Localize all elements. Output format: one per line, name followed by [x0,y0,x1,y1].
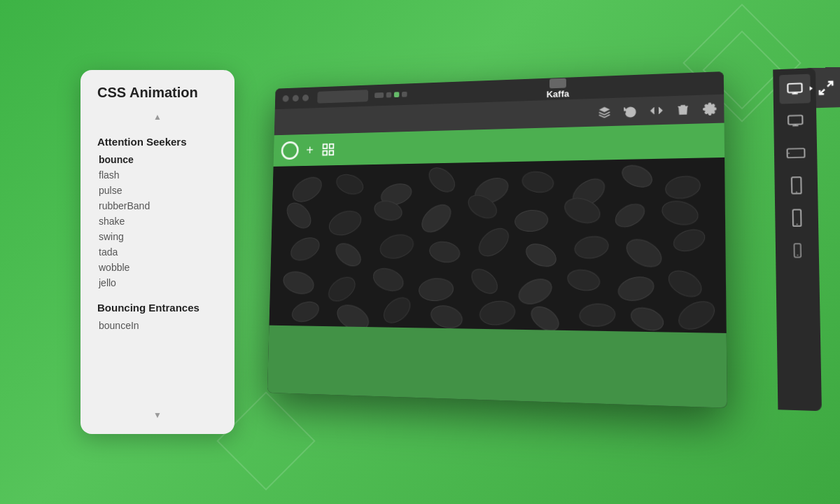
browser-nav-controls [374,92,407,98]
animation-panel: CSS Animation Attention Seekers bounce f… [80,70,234,434]
panel-title: CSS Animation [97,84,218,101]
device-mobile-button[interactable] [780,203,812,233]
browser-url-bar[interactable] [317,90,368,103]
browser-brand: Kaffa [547,78,570,100]
animation-item-tada[interactable]: tada [97,244,218,260]
category-attention-seekers: Attention Seekers [97,136,218,148]
coffee-bean [416,199,456,237]
settings-icon[interactable] [703,102,716,115]
animation-item-bouncein[interactable]: bounceIn [97,318,218,333]
coffee-bean [324,272,360,306]
coffee-bean [664,265,706,302]
svg-rect-11 [788,115,802,125]
coffee-bean [566,267,602,294]
main-container: CSS Animation Attention Seekers bounce f… [80,70,760,434]
svg-point-19 [796,223,797,225]
animation-item-jello[interactable]: jello [97,275,218,290]
device-panel [773,68,822,411]
history-icon[interactable] [624,105,637,118]
device-tablet-portrait-button[interactable] [780,170,812,200]
svg-point-21 [797,255,798,256]
coffee-bean [622,234,667,273]
nav-back [374,92,384,98]
coffee-bean [282,197,316,233]
canvas-bottom-green [267,326,727,408]
coffee-bean [673,295,720,333]
animation-item-wobble[interactable]: wobble [97,260,218,275]
coffee-bean [659,197,701,229]
coffee-bean [514,274,556,309]
grid-icon[interactable] [321,142,335,157]
tablet-portrait-icon [789,176,804,195]
coffee-bean [281,268,316,298]
coffee-bean [628,303,667,333]
coffee-bean [424,162,460,197]
coffee-bean [428,302,465,332]
animation-item-bounce[interactable]: bounce [97,152,218,167]
coffee-bean [379,292,415,328]
svg-marker-2 [599,107,610,113]
layers-icon[interactable] [598,106,610,119]
svg-rect-8 [788,83,802,92]
browser-mockup: Kaffa [267,70,775,440]
circle-selector[interactable] [281,141,299,160]
device-desktop-2-button[interactable] [779,106,811,136]
coffee-bean [332,239,365,271]
coffee-bean [578,302,616,328]
add-element-button[interactable]: + [306,142,314,158]
code-icon[interactable] [650,104,663,118]
coffee-bean [514,209,549,233]
coffee-bean [474,223,514,262]
coffee-bean [326,206,365,240]
device-mobile-2-button[interactable] [781,236,813,266]
coffee-bean [467,264,503,299]
animation-item-swing[interactable]: swing [97,229,218,244]
coffee-bean [522,239,560,272]
animation-item-flash[interactable]: flash [97,167,218,183]
desktop-icon [786,81,804,97]
tablet-landscape-icon [786,146,805,160]
coffee-bean [428,239,462,265]
mobile-icon [791,209,802,226]
coffee-bean [477,298,517,328]
svg-rect-14 [787,148,804,158]
mobile-2-icon [792,243,802,258]
svg-rect-5 [329,144,333,148]
device-desktop-button[interactable] [779,74,811,104]
coffee-bean [289,298,321,326]
coffee-bean [287,233,323,265]
brand-logo [550,78,566,89]
browser-dot-2 [293,95,299,102]
nav-extra [402,92,407,97]
svg-rect-6 [323,150,327,155]
svg-rect-4 [323,144,327,148]
svg-point-17 [795,191,797,192]
coffee-bean [611,199,649,232]
expand-icon [817,79,834,96]
coffee-bean [670,225,708,255]
nav-forward [386,92,392,98]
svg-point-15 [788,153,789,154]
coffee-canvas-area [270,158,727,333]
delete-icon[interactable] [676,103,690,116]
svg-rect-16 [791,177,801,194]
category-bouncing-entrances: Bouncing Entrances [97,302,218,314]
coffee-bean [573,234,610,262]
coffee-bean [615,273,657,304]
browser-frame: Kaffa [267,71,727,408]
device-tablet-landscape-button[interactable] [780,138,811,168]
browser-dot-1 [283,95,289,102]
coffee-bean [520,169,556,195]
animation-item-shake[interactable]: shake [97,214,218,229]
nav-status [394,92,400,97]
scroll-down-button[interactable] [97,410,218,420]
animation-item-pulse[interactable]: pulse [97,183,218,198]
coffee-bean [663,173,702,202]
svg-rect-7 [329,150,333,155]
coffee-bean [333,171,366,198]
animation-item-rubberband[interactable]: rubberBand [97,198,218,214]
desktop-2-icon [786,113,804,128]
scroll-up-button[interactable] [97,112,218,122]
dropdown-arrow [809,86,813,90]
browser-dot-3 [302,94,309,102]
